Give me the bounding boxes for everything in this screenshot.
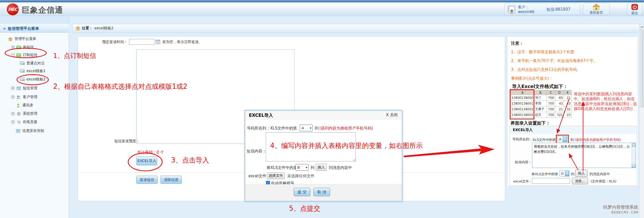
envelope-arrow-icon [20,61,25,66]
sidebar-item-security-notice[interactable]: 信息安全告知 [16,128,44,134]
sidebar-item-p2p[interactable]: 普通点对点 [20,60,45,66]
annotation-step1: 1、点订制短信 [53,51,96,60]
annotation-step4: 4、编写内容并插入表格内容里的变量，如右图所示 [270,141,423,150]
app-header: HEC 巨象企信通 客户： weixin88 短信:661937 系统首页 退出 [0,2,644,16]
users-icon [16,95,21,99]
insert-prefix: 将XLS文件中的第 [267,165,297,170]
excel-format-heading: 导入Excel文件格式如下： [512,83,568,90]
sidebar-item-contacts[interactable]: 通讯录 [16,102,33,108]
expand-icon[interactable]: + [11,120,15,124]
brand-title: 巨象企信通 [22,5,63,16]
col-suffix: 列 [315,126,319,131]
dialog-title: EXCEL导入 [249,112,273,118]
preview-label: 短信发送预览： [114,139,140,144]
expand-icon[interactable]: + [11,87,15,90]
breadcrumb-value: excel模板2 [94,26,114,31]
note-item: 1、汉字、数字和英文都表示1个长度 [511,50,574,55]
submit-button[interactable]: 提 交 [294,188,310,196]
example-file-type-note: (文件类型：XLS) [591,179,617,184]
sidebar-item-label: excel模板1 [26,69,46,73]
house-icon [583,4,610,11]
red-box-column-a [510,89,534,119]
example-browse-button: 浏览... [572,178,588,184]
sidebar-item-excel-template1[interactable]: excel模板1 [20,68,46,74]
schedule-time-input[interactable] [129,39,155,45]
example-scrollbar: ▲ ▼ [632,143,635,168]
home-icon [8,37,13,41]
scroll-up-icon: ▲ [632,143,635,147]
sidebar-item-label: 系统管理 [23,111,37,116]
col-header: C [547,90,555,95]
red-box-example-select [556,135,569,144]
send-sms-button[interactable]: 发送短信 [136,176,158,184]
red-circle-excel-import [128,153,163,171]
insert-column-select[interactable]: B [296,164,309,171]
sidebar-item-system-manage[interactable]: + 系统管理 [11,111,37,117]
example-content-textarea: 尊敬的业主你好，你本月的物管费[(B)]元，公摊电费[(C)]元，公摊水费[(D… [532,143,636,168]
red-circle-custom-sms [5,48,47,58]
cancel-button[interactable]: 取 消 [313,188,330,196]
logout-button[interactable]: 退出 [627,3,642,15]
sidebar-item-customer-manage[interactable]: + 客户管理 [11,94,37,100]
sidebar-item-label: 在线充值 [23,120,37,124]
no-file-text: 未选择任何文件 [287,174,314,179]
scrollbar-thumb[interactable] [640,30,643,107]
example-file-label: excel文件： [513,179,532,184]
menu-tree: 管理平台菜单 + 发短信 − 订制短信 普通点对点 excel模板1 excel… [0,33,69,218]
phone-column-select[interactable]: A [300,125,313,131]
example-form-image[interactable]: EXCEL导入 号码所在列： XLS文件中的第 A 列 (该列内容为接收用户手机… [509,126,637,186]
expand-icon[interactable]: + [11,112,15,115]
home-button[interactable]: 系统首页 [583,3,610,15]
sidebar-item-sms-manage[interactable]: + 短信管理 [11,85,37,91]
watermark: 织梦内容管理系统 DEDECMS.COM [603,204,638,214]
example-insert-prefix: 将XLS文件中的第 [531,172,558,176]
expand-icon[interactable]: + [11,96,15,99]
example-content-text: 尊敬的业主你好，你本月的物管费[(B)]元，公摊电费[(C)]元，公摊水费[(D… [534,144,630,154]
calendar-icon[interactable] [156,39,160,45]
dialog-close-button[interactable]: X 关闭 [386,113,398,118]
sidebar-item-label: 普通点对点 [26,61,45,66]
note-item: 2、发手机一条为70个字。长短信为每条67个字。 [511,58,597,63]
sidebar-title: 短信管理平台菜单 [8,26,39,31]
annotation-step5: 5、点提交 [289,204,320,213]
col-prefix: XLS文件中的第 [270,126,297,131]
scroll-up-icon[interactable]: ▲ [640,24,644,28]
cart-icon [16,120,21,124]
schedule-hint: 若为空，表示立即发送。 [162,40,202,44]
breadcrumb: 位置： excel模板2 [73,24,644,33]
col-note: (该列内容为接收用户手机号码) [319,126,373,131]
example-col-note: (该列内容为接收用户手机号码) [575,138,621,142]
example-insert-column-select: D [559,170,569,176]
table-icon [16,128,21,133]
insert-tip-text: 将选中的某列数据插入到消息内容中。如选择B列，然后点插入，则在消息内容中光标所在… [574,92,638,111]
example-content-label: 短信内容： [515,160,532,165]
sidebar-item-label: 客户管理 [23,95,37,99]
dialog-titlebar[interactable]: EXCEL导入 X 关闭 [245,111,402,119]
example-number-col-label: 号码所在列： [512,137,533,142]
insert-mid: 列 [311,165,314,170]
double-chevron-icon: » [3,26,6,31]
clear-info-button[interactable]: 清除信息 [160,176,182,184]
tree-root[interactable]: 管理平台菜单 [8,36,36,42]
number-col-label: 号码所在列： [247,126,270,131]
sidebar-item-recharge[interactable]: + 在线充值 [11,119,37,125]
watermark-line1: 织梦内容管理系统 [603,204,638,210]
home-label: 系统首页 [583,10,610,15]
logo-text: HEC [8,7,17,12]
example-insert-suffix: 到消息内容中 [590,172,610,176]
page-scrollbar[interactable]: ▲ [639,24,644,218]
col-header: D [555,90,564,95]
top-blue-strip [0,0,644,2]
insert-button[interactable]: 插入 [316,164,327,171]
note-item: 事例图片(点击可放大)： [511,76,553,81]
annotation-step2: 2、根据自己表格格式选择点对点或模版1或2 [53,82,187,91]
customer-label: 客户： [518,5,529,9]
power-icon [627,4,642,11]
help-panel: 注意： 1、汉字、数字和英文都表示1个长度 2、发手机一条为70个字。长短信为每… [507,36,638,186]
tree-root-label: 管理平台菜单 [15,37,36,41]
col-header: B [534,90,547,95]
choose-file-button[interactable]: 选择文件 [267,172,285,179]
sidebar-item-label: 短信管理 [23,86,37,91]
example-col-suffix: 列 [570,138,574,142]
dialog-footer: 提 交 取 消 [245,184,402,201]
